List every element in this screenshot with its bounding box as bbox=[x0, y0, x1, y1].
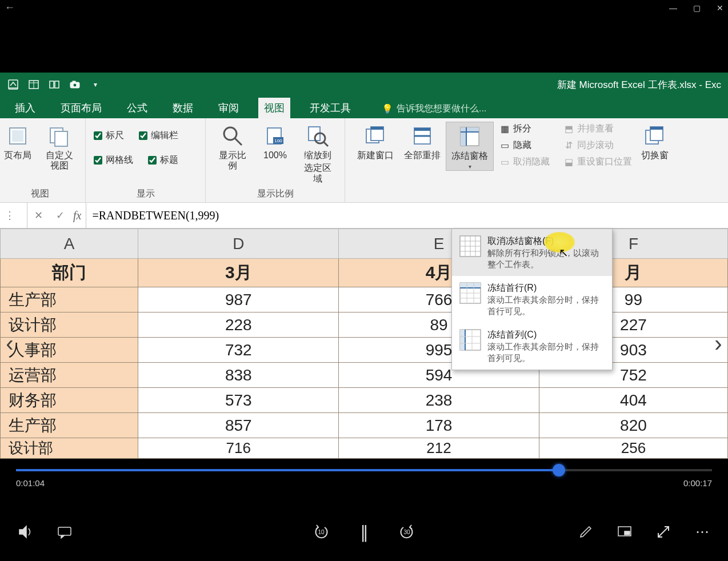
next-chevron-icon[interactable]: › bbox=[709, 325, 728, 363]
custom-view-button[interactable]: 自定义视图 bbox=[40, 122, 78, 171]
zoom-group-label: 显示比例 bbox=[213, 186, 338, 200]
freeze-panes-button[interactable]: 冻结窗格 ▾ bbox=[446, 122, 494, 171]
new-window-button[interactable]: 新建窗口 bbox=[352, 122, 399, 161]
maximize-icon[interactable]: ▢ bbox=[693, 3, 701, 13]
player-titlebar: ← — ▢ ✕ bbox=[0, 0, 728, 15]
arrange-all-button[interactable]: 全部重排 bbox=[399, 122, 446, 161]
svg-point-14 bbox=[224, 127, 237, 140]
zoom-100-button[interactable]: 100 100% bbox=[259, 122, 292, 161]
svg-rect-5 bbox=[50, 81, 54, 88]
save-icon[interactable] bbox=[7, 78, 19, 91]
subtitle-icon[interactable] bbox=[55, 522, 74, 542]
volume-icon[interactable] bbox=[16, 522, 35, 542]
gridlines-checkbox[interactable]: 网格线 bbox=[93, 152, 134, 169]
qat-icon-2[interactable] bbox=[27, 78, 40, 91]
freeze-first-col-item[interactable]: 冻结首列(C) 滚动工作表其余部分时，保持首列可见。 bbox=[452, 323, 612, 370]
tab-review[interactable]: 审阅 bbox=[213, 98, 245, 118]
tab-developer[interactable]: 开发工具 bbox=[304, 98, 357, 118]
fullscreen-icon[interactable] bbox=[654, 522, 673, 542]
svg-line-15 bbox=[235, 138, 242, 145]
col-header-D[interactable]: D bbox=[138, 229, 339, 259]
table-row: 运营部838594752 bbox=[1, 363, 728, 388]
worksheet[interactable]: ‹ › 取消冻结窗格(F) 解除所有行和列锁定，以滚动整个工作表。 冻结首行(R… bbox=[0, 229, 728, 459]
zoom-button[interactable]: 显示比例 bbox=[213, 122, 253, 171]
freeze-top-row-title: 冻结首行(R) bbox=[487, 282, 605, 294]
svg-rect-44 bbox=[460, 283, 481, 288]
headings-checkbox[interactable]: 标题 bbox=[147, 152, 179, 169]
tab-insert[interactable]: 插入 bbox=[9, 98, 41, 118]
seek-bar[interactable] bbox=[16, 469, 712, 471]
side-by-side-button: ⬒并排查看 bbox=[563, 123, 632, 135]
enter-formula-icon[interactable]: ✓ bbox=[49, 203, 71, 228]
table-row: 设计部716212256 bbox=[1, 438, 728, 459]
split-button[interactable]: ▦拆分 bbox=[499, 123, 550, 135]
show-group-label: 显示 bbox=[93, 186, 198, 200]
cancel-formula-icon[interactable]: ✕ bbox=[27, 203, 49, 228]
edit-icon[interactable] bbox=[576, 522, 595, 542]
svg-rect-57 bbox=[58, 527, 71, 535]
unfreeze-title: 取消冻结窗格(F) bbox=[487, 235, 605, 247]
qat-icon-3[interactable] bbox=[48, 78, 61, 91]
formula-input[interactable] bbox=[86, 203, 728, 228]
svg-rect-35 bbox=[650, 127, 663, 130]
name-box[interactable]: ⋮ bbox=[0, 203, 27, 228]
back-arrow-icon[interactable]: ← bbox=[5, 2, 15, 14]
table-row: 设计部22889227 bbox=[1, 312, 728, 338]
svg-rect-30 bbox=[461, 127, 479, 132]
table-row: 生产部857178820 bbox=[1, 413, 728, 438]
tab-view[interactable]: 视图 bbox=[258, 98, 290, 118]
lightbulb-icon: 💡 bbox=[382, 103, 393, 114]
column-headers[interactable]: A D E F bbox=[1, 229, 728, 259]
svg-rect-27 bbox=[414, 128, 430, 131]
quick-access-toolbar: ▾ bbox=[7, 78, 102, 91]
excel-titlebar: ▾ 新建 Microsoft Excel 工作表.xlsx - Exc bbox=[0, 73, 728, 97]
tab-formulas[interactable]: 公式 bbox=[121, 98, 153, 118]
zoom-selection-button[interactable]: 缩放到 选定区域 bbox=[298, 122, 338, 184]
minimize-icon[interactable]: — bbox=[669, 3, 677, 13]
workbook-title: 新建 Microsoft Excel 工作表.xlsx - Exc bbox=[557, 78, 721, 91]
svg-marker-56 bbox=[19, 526, 26, 538]
seek-thumb[interactable] bbox=[553, 464, 565, 476]
freeze-first-col-icon bbox=[459, 328, 482, 351]
freeze-top-row-item[interactable]: 冻结首行(R) 滚动工作表其余部分时，保持首行可见。 bbox=[452, 276, 612, 323]
ribbon-view: 页布局 自定义视图 视图 标尺 编辑栏 网格线 标题 bbox=[0, 118, 728, 203]
tab-data[interactable]: 数据 bbox=[167, 98, 199, 118]
video-player-controls: 0:01:04 0:00:17 10 ∥ 30 ⋯ bbox=[0, 459, 728, 554]
skip-forward-button[interactable]: 30 bbox=[397, 522, 417, 542]
svg-rect-59 bbox=[625, 531, 630, 535]
close-icon[interactable]: ✕ bbox=[717, 3, 723, 13]
custom-view-label: 自定义视图 bbox=[42, 150, 76, 171]
unfreeze-panes-item[interactable]: 取消冻结窗格(F) 解除所有行和列锁定，以滚动整个工作表。 bbox=[452, 229, 612, 276]
more-icon[interactable]: ⋯ bbox=[693, 522, 712, 542]
reset-position-button: ⬓重设窗口位置 bbox=[563, 156, 632, 168]
header-row[interactable]: 部门 3月 4月 月 bbox=[1, 259, 728, 287]
qat-dropdown-icon[interactable]: ▾ bbox=[89, 78, 102, 91]
page-layout-button[interactable]: 页布局 bbox=[1, 122, 34, 161]
pause-button[interactable]: ∥ bbox=[354, 522, 374, 542]
switch-windows-button[interactable]: 切换窗 bbox=[638, 122, 672, 161]
camera-icon[interactable] bbox=[69, 78, 81, 91]
svg-rect-11 bbox=[12, 130, 23, 142]
skip-back-button[interactable]: 10 bbox=[311, 522, 331, 542]
formula-bar-checkbox[interactable]: 编辑栏 bbox=[138, 127, 179, 144]
spreadsheet-table[interactable]: A D E F 部门 3月 4月 月 生产部98776699 设计部228892… bbox=[0, 229, 728, 459]
chevron-down-icon: ▾ bbox=[469, 163, 471, 170]
col-header-A[interactable]: A bbox=[1, 229, 138, 259]
unfreeze-desc: 解除所有行和列锁定，以滚动整个工作表。 bbox=[487, 247, 605, 271]
seek-progress bbox=[16, 469, 559, 471]
tell-me-search[interactable]: 💡 告诉我您想要做什么... bbox=[382, 103, 486, 118]
tell-me-label: 告诉我您想要做什么... bbox=[397, 103, 486, 115]
tab-page-layout[interactable]: 页面布局 bbox=[55, 98, 107, 118]
svg-rect-24 bbox=[371, 127, 383, 130]
prev-chevron-icon[interactable]: ‹ bbox=[0, 325, 19, 363]
zoom-label: 显示比例 bbox=[215, 150, 251, 171]
svg-rect-9 bbox=[73, 81, 75, 83]
mini-player-icon[interactable] bbox=[615, 522, 634, 542]
views-group-label: 视图 bbox=[1, 186, 78, 200]
hide-button[interactable]: ▭隐藏 bbox=[499, 139, 550, 151]
sync-scroll-button: ⇵同步滚动 bbox=[563, 139, 632, 151]
fx-icon[interactable]: fx bbox=[73, 209, 81, 222]
formula-bar: ⋮ ✕ ✓ fx bbox=[0, 203, 728, 229]
ruler-checkbox[interactable]: 标尺 bbox=[93, 127, 125, 144]
svg-rect-51 bbox=[460, 330, 465, 350]
